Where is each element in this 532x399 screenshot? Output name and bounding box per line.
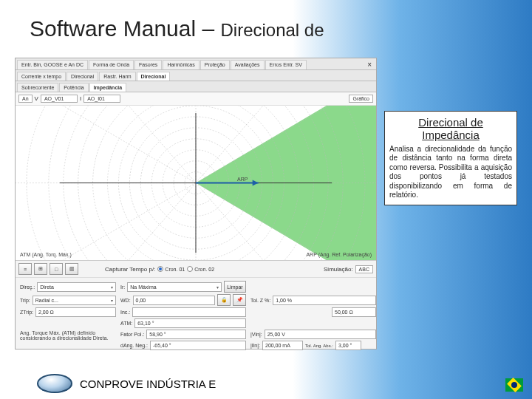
page-title: Software Manual – Direcional de [30,16,324,41]
tab-row-mid: Corrente x tempo Direcional Rastr. Harm … [16,70,376,81]
tool-btn-2[interactable]: □ [50,263,63,275]
lbl-direc: Direç.: [20,284,35,290]
tab-bot-0[interactable]: Sobrecorrente [17,83,58,92]
lbl-ir: Ir: [120,284,125,290]
chart-arp-axis: ARP (Ang. Ref. Polarização) [306,252,372,257]
lbl-tolz: Tol. Z %: [250,298,270,303]
tab-top-0[interactable]: Entr. Bin, GOOSE e An DC [17,60,88,69]
selector-row: An V AO_V01 I AO_I01 Gráfico [16,92,376,106]
polar-chart-svg [16,106,376,260]
sel-view[interactable]: Gráfico [349,95,373,103]
chart-atm-label: ATM (Ang. Torq. Máx.) [20,252,72,257]
tab-row-bot: Sobrecorrente Potência Impedância [16,81,376,92]
label-i: I [80,95,81,102]
tab-top-1[interactable]: Forma de Onda [89,60,134,69]
label-v: V [35,95,38,102]
company-logo [37,374,72,393]
tab-top-3[interactable]: Harmônicas [163,60,199,69]
sel-v-chan[interactable]: AO_V01 [41,95,78,103]
lbl-dang: dAng. Neg.: [120,343,148,348]
tab-row-top: Entr. Bin, GOOSE e An DC Forma de Onda F… [16,58,376,70]
tool-btn-3[interactable]: ▥ [65,263,78,275]
tab-mid-2[interactable]: Rastr. Harm [99,72,135,81]
pin-icon[interactable]: 📌 [233,294,246,306]
radio-dot-icon [187,266,193,272]
field-vln[interactable]: 25,00 V [265,330,376,339]
callout-title: Direcional de Impedância [389,116,512,142]
lock-icon[interactable]: 🔒 [217,294,231,306]
field-direc[interactable]: Direta [37,282,116,292]
field-atm[interactable]: 63,10 ° [134,318,246,328]
polar-chart: ARP ATM (Ang. Torq. Máx.) ARP (Ang. Ref.… [16,106,376,261]
tab-bot-1[interactable]: Potência [59,83,88,92]
lbl-wd: WD: [120,298,131,303]
footer-text: CONPROVE INDÚSTRIA E [80,378,216,390]
field-iln[interactable]: 200,00 mA [262,341,303,350]
radio-cron02[interactable]: Cron. 02 [187,266,214,272]
lbl-inc: Inc.: [120,310,130,315]
radio-dot-icon [157,266,163,272]
field-ztrip[interactable]: 2,00 Ω [35,307,116,317]
lbl-atm: ATM: [120,321,132,326]
close-icon[interactable]: × [364,60,375,69]
atm-note: Ang. Torque Máx. (ATM) definido consider… [20,329,116,341]
field-ohm[interactable]: 50,00 Ω [332,307,376,317]
title-main: Software Manual – [30,16,220,41]
field-tolang[interactable]: 3,00 ° [335,341,361,350]
tool-btn-1[interactable]: ⊞ [34,263,47,275]
title-small: Direcional de [220,20,324,40]
app-window: Entr. Bin, GOOSE e An DC Forma de Onda F… [15,58,377,349]
field-fatorpol[interactable]: 58,90 ° [146,330,246,339]
params-grid: Direç.: Direta Ir: Na Máxima Limpar Trip… [16,278,376,353]
callout-box: Direcional de Impedância Analisa a direc… [384,111,517,205]
lbl-tolang: Tol. Ang. Abs.: [305,344,333,348]
toolbar-row: ≡ ⊞ □ ▥ Capturar Tempo p/: Cron. 01 Cron… [16,261,376,278]
field-tolz[interactable]: 1,00 % [273,296,376,305]
lbl-iln: |Iln|: [250,343,260,348]
tool-btn-0[interactable]: ≡ [18,263,32,275]
capture-label: Capturar Tempo p/: [105,266,155,273]
field-trip[interactable]: Radial c... [33,296,116,305]
tab-mid-0[interactable]: Corrente x tempo [17,72,66,81]
tab-top-6[interactable]: Erros Entr. SV [265,60,307,69]
field-inc[interactable] [132,307,246,317]
lbl-vln: |Vln|: [250,332,262,337]
chart-arp-label: ARP [237,177,248,182]
tab-top-4[interactable]: Proteção [200,60,230,69]
field-ir[interactable]: Na Máxima [127,282,222,292]
tab-mid-3[interactable]: Direcional [137,72,171,81]
sel-an[interactable]: An [18,95,33,103]
brazil-flag-icon [505,378,523,392]
radio-cron01[interactable]: Cron. 01 [157,266,185,272]
sim-select[interactable]: ABC [355,265,373,273]
tab-mid-1[interactable]: Direcional [66,72,98,81]
tab-bot-2[interactable]: Impedância [89,83,127,92]
tab-top-5[interactable]: Avaliações [231,60,265,69]
sel-i-chan[interactable]: AO_I01 [83,95,120,103]
btn-limpar[interactable]: Limpar [224,281,246,293]
lbl-trip: Trip: [20,298,30,303]
lbl-ztrip: ZTrip: [20,310,33,315]
tab-top-2[interactable]: Fasores [134,60,162,69]
sim-label: Simulação: [324,266,353,273]
field-wd[interactable]: 0,00 [133,296,215,305]
callout-body: Analisa a direcionalidade da função de d… [389,145,512,200]
lbl-fatorpol: Fator Pol.: [120,332,144,337]
field-dang[interactable]: -65,40 ° [150,341,246,350]
